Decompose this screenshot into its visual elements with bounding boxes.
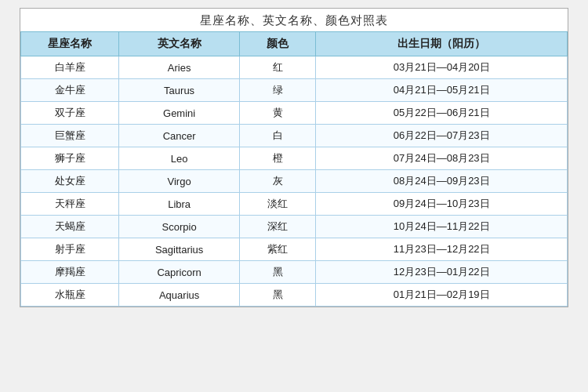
cell-date: 05月22日—06月21日	[316, 102, 568, 125]
cell-en: Virgo	[119, 170, 239, 193]
cell-en: Scorpio	[119, 216, 239, 238]
cell-en: Leo	[119, 147, 239, 170]
cell-color: 紫红	[239, 238, 316, 261]
cell-en: Capricorn	[119, 261, 239, 284]
table-row: 射手座Sagittarius紫红11月23日—12月22日	[21, 238, 568, 261]
cell-color: 黑	[239, 261, 316, 284]
cell-name: 双子座	[21, 102, 119, 125]
cell-color: 灰	[239, 170, 316, 193]
header-date: 出生日期（阳历）	[316, 32, 568, 56]
table-body: 白羊座Aries红03月21日—04月20日金牛座Taurus绿04月21日—0…	[21, 56, 568, 307]
cell-date: 11月23日—12月22日	[316, 238, 568, 261]
table-row: 处女座Virgo灰08月24日—09月23日	[21, 170, 568, 193]
cell-name: 天秤座	[21, 193, 119, 216]
cell-color: 红	[239, 56, 316, 79]
cell-date: 08月24日—09月23日	[316, 170, 568, 193]
cell-color: 淡红	[239, 193, 316, 216]
zodiac-table: 星座名称 英文名称 颜色 出生日期（阳历） 白羊座Aries红03月21日—04…	[20, 31, 568, 307]
cell-name: 摩羯座	[21, 261, 119, 284]
header-color: 颜色	[239, 32, 316, 56]
table-row: 天蝎座Scorpio深红10月24日—11月22日	[21, 216, 568, 238]
cell-en: Aries	[119, 56, 239, 79]
cell-date: 12月23日—01月22日	[316, 261, 568, 284]
cell-name: 射手座	[21, 238, 119, 261]
cell-date: 09月24日—10月23日	[316, 193, 568, 216]
cell-color: 白	[239, 125, 316, 147]
cell-name: 处女座	[21, 170, 119, 193]
cell-color: 深红	[239, 216, 316, 238]
cell-date: 07月24日—08月23日	[316, 147, 568, 170]
cell-name: 巨蟹座	[21, 125, 119, 147]
zodiac-table-container: 星座名称、英文名称、颜色对照表 星座名称 英文名称 颜色 出生日期（阳历） 白羊…	[20, 8, 568, 307]
cell-name: 金牛座	[21, 79, 119, 102]
table-row: 天秤座Libra淡红09月24日—10月23日	[21, 193, 568, 216]
table-row: 狮子座Leo橙07月24日—08月23日	[21, 147, 568, 170]
cell-name: 天蝎座	[21, 216, 119, 238]
table-row: 双子座Gemini黄05月22日—06月21日	[21, 102, 568, 125]
table-row: 水瓶座Aquarius黑01月21日—02月19日	[21, 284, 568, 307]
page-title: 星座名称、英文名称、颜色对照表	[20, 9, 568, 31]
cell-color: 黄	[239, 102, 316, 125]
table-row: 摩羯座Capricorn黑12月23日—01月22日	[21, 261, 568, 284]
table-row: 金牛座Taurus绿04月21日—05月21日	[21, 79, 568, 102]
cell-date: 04月21日—05月21日	[316, 79, 568, 102]
cell-color: 橙	[239, 147, 316, 170]
cell-en: Gemini	[119, 102, 239, 125]
header-zodiac-name: 星座名称	[21, 32, 119, 56]
cell-name: 白羊座	[21, 56, 119, 79]
cell-date: 06月22日—07月23日	[316, 125, 568, 147]
header-en-name: 英文名称	[119, 32, 239, 56]
cell-date: 10月24日—11月22日	[316, 216, 568, 238]
cell-name: 狮子座	[21, 147, 119, 170]
cell-date: 03月21日—04月20日	[316, 56, 568, 79]
table-header-row: 星座名称 英文名称 颜色 出生日期（阳历）	[21, 32, 568, 56]
table-row: 巨蟹座Cancer白06月22日—07月23日	[21, 125, 568, 147]
cell-en: Cancer	[119, 125, 239, 147]
cell-date: 01月21日—02月19日	[316, 284, 568, 307]
cell-en: Sagittarius	[119, 238, 239, 261]
cell-name: 水瓶座	[21, 284, 119, 307]
cell-en: Taurus	[119, 79, 239, 102]
cell-en: Libra	[119, 193, 239, 216]
cell-color: 绿	[239, 79, 316, 102]
cell-color: 黑	[239, 284, 316, 307]
cell-en: Aquarius	[119, 284, 239, 307]
table-row: 白羊座Aries红03月21日—04月20日	[21, 56, 568, 79]
